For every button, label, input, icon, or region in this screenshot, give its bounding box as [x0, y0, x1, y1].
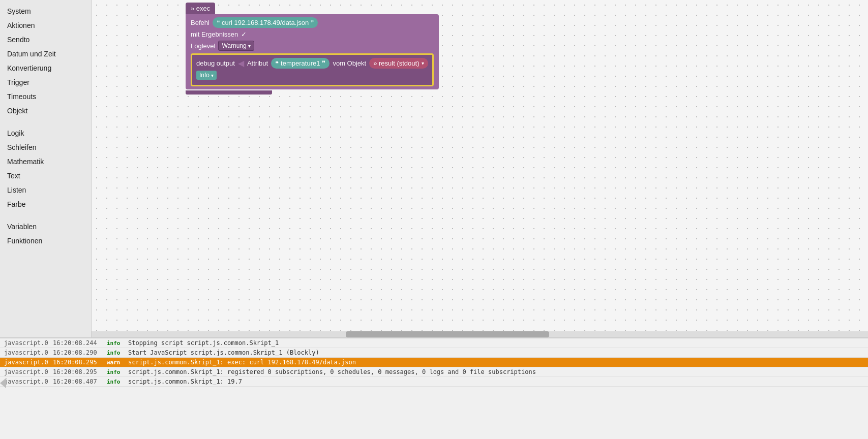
mit-ergebnissen-row: mit Ergebnissen ✓: [191, 30, 434, 38]
debug-row-1: debug output ◀ Attribut ❝ temperature1 ❞…: [196, 58, 428, 69]
sidebar-item-text[interactable]: Text: [0, 169, 91, 183]
log-message: script.js.common.Skript_1: 19.7: [128, 378, 864, 385]
log-row: javascript.016:20:08.244infoStopping scr…: [0, 338, 868, 348]
mit-ergebnissen-label: mit Ergebnissen: [191, 30, 238, 38]
log-time: 16:20:08.295: [53, 359, 104, 366]
sidebar-divider-1: [0, 118, 91, 126]
loglevel-dropdown[interactable]: Warnung: [218, 41, 254, 51]
debug-row-2: Info: [196, 71, 428, 80]
sidebar-item-funktionen[interactable]: Funktionen: [0, 234, 91, 248]
sidebar-divider-2: [0, 211, 91, 220]
quote-left: ❝: [217, 19, 220, 26]
quote-right2: ❞: [322, 59, 325, 67]
log-message: Stopping script script.js.common.Skript_…: [128, 339, 864, 347]
exec-header[interactable]: » exec: [186, 3, 215, 14]
log-level: info: [107, 340, 125, 347]
debug-outer-block: debug output ◀ Attribut ❝ temperature1 ❞…: [191, 53, 434, 86]
befehl-value: curl 192.168.178.49/data.json: [222, 19, 309, 26]
attribut-value: temperature1: [281, 59, 320, 67]
sidebar-item-schleifen[interactable]: Schleifen: [0, 140, 91, 154]
sidebar-item-farbe[interactable]: Farbe: [0, 197, 91, 211]
befehl-string-block[interactable]: ❝ curl 192.168.178.49/data.json ❞: [213, 17, 318, 28]
exec-body: Befehl ❝ curl 192.168.178.49/data.json ❞…: [186, 14, 439, 89]
quote-right: ❞: [311, 19, 314, 26]
log-message: script.js.common.Skript_1: exec: curl 19…: [128, 359, 864, 366]
log-source: javascript.0: [4, 339, 50, 347]
log-row: javascript.016:20:08.295warnscript.js.co…: [0, 358, 868, 367]
attribut-label: Attribut: [247, 59, 268, 67]
befehl-label: Befehl: [191, 19, 209, 26]
log-source: javascript.0: [4, 378, 50, 385]
canvas-scrollbar-thumb[interactable]: [346, 331, 549, 337]
exec-block: » exec Befehl ❝ curl 192.168.178.49/data…: [186, 3, 439, 95]
sidebar-item-variablen[interactable]: Variablen: [0, 220, 91, 234]
log-level: info: [107, 369, 125, 375]
log-message: Start JavaScript script.js.common.Skript…: [128, 349, 864, 356]
sidebar: System Aktionen Sendto Datum und Zeit Ko…: [0, 0, 92, 337]
sidebar-item-logik[interactable]: Logik: [0, 126, 91, 140]
mit-ergebnissen-check[interactable]: ✓: [241, 30, 247, 38]
sidebar-item-datum-und-zeit[interactable]: Datum und Zeit: [0, 47, 91, 61]
log-level: info: [107, 379, 125, 385]
loglevel-label: Loglevel: [191, 42, 215, 50]
result-block[interactable]: » result (stdout): [369, 58, 428, 69]
sidebar-item-system[interactable]: System: [0, 4, 91, 18]
sidebar-item-listen[interactable]: Listen: [0, 183, 91, 197]
quote-left2: ❝: [275, 59, 279, 67]
sidebar-item-timeouts[interactable]: Timeouts: [0, 89, 91, 104]
log-level: warn: [107, 359, 125, 366]
log-level: info: [107, 350, 125, 356]
log-row: javascript.016:20:08.290infoStart JavaSc…: [0, 348, 868, 358]
sidebar-item-mathematik[interactable]: Mathematik: [0, 154, 91, 169]
canvas-area: » exec Befehl ❝ curl 192.168.178.49/data…: [92, 0, 868, 337]
info-dropdown[interactable]: Info: [196, 71, 217, 80]
log-time: 16:20:08.244: [53, 339, 104, 347]
log-time: 16:20:08.295: [53, 368, 104, 375]
sidebar-item-aktionen[interactable]: Aktionen: [0, 18, 91, 33]
sidebar-item-konvertierung[interactable]: Konvertierung: [0, 61, 91, 75]
loglevel-row: Loglevel Warnung: [191, 41, 434, 51]
log-panel: javascript.016:20:08.244infoStopping scr…: [0, 337, 868, 439]
log-source: javascript.0: [4, 349, 50, 356]
debug-label: debug output: [196, 59, 235, 67]
log-row: javascript.016:20:08.407infoscript.js.co…: [0, 377, 868, 387]
sidebar-item-trigger[interactable]: Trigger: [0, 75, 91, 89]
log-row: javascript.016:20:08.295infoscript.js.co…: [0, 367, 868, 377]
log-time: 16:20:08.407: [53, 378, 104, 385]
canvas-scrollbar[interactable]: [92, 331, 868, 337]
log-time: 16:20:08.290: [53, 349, 104, 356]
exec-bottom-bar: [186, 90, 272, 95]
log-message: script.js.common.Skript_1: registered 0 …: [128, 368, 864, 375]
debug-connector: ◀: [238, 58, 244, 68]
sidebar-item-objekt[interactable]: Objekt: [0, 104, 91, 118]
vom-objekt-label: vom Objekt: [333, 59, 366, 67]
sidebar-item-sendto[interactable]: Sendto: [0, 33, 91, 47]
attribut-string-block[interactable]: ❝ temperature1 ❞: [271, 58, 330, 69]
befehl-row: Befehl ❝ curl 192.168.178.49/data.json ❞: [191, 17, 434, 28]
log-source: javascript.0: [4, 359, 50, 366]
log-source: javascript.0: [4, 368, 50, 375]
